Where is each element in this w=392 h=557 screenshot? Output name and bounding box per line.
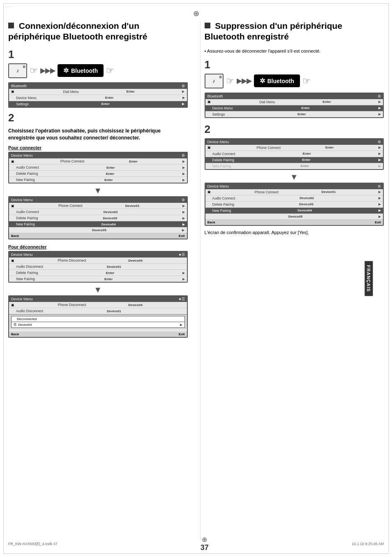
d2-icon-phone: ▣ (11, 303, 14, 307)
delete-screen2-header: Device Menu ⚙ (205, 183, 383, 189)
left-bt-sequence: ♪ ⚙ ☞ ▶▶▶ ✲ Bluetooth ☞ (8, 63, 188, 78)
connect-screen2-header: Device Menu ⚙ (9, 197, 187, 203)
c2-row-audio: Audio Connect Device02 ▶ (9, 209, 187, 215)
connect-screen1-header: Device Menu ⚙ (9, 153, 187, 158)
c1-row-delete: Delete Pairing Enter ▶ (9, 171, 187, 177)
rbt-icon-dial: ▣ (208, 100, 211, 104)
left-section-title: Connexion/déconnexion d'un périphérique … (8, 21, 188, 42)
pour-deconnecter-title: Pour déconnecter (8, 244, 188, 249)
del2-row-new: New Pairing Device04 ▶ (205, 208, 383, 214)
footer-left: FR_KW-AVX830[E]_4.indb 37 (8, 542, 58, 546)
tap-finger-4: ☞ (302, 76, 311, 86)
right-bt-sequence: ♪ ⚙ ☞ ▶▶▶ ✲ Bluetooth ☞ (205, 74, 384, 88)
disconnect-screen1: Device Menu ★☰ ▣ Phone Disconnect Device… (8, 251, 188, 283)
c1-row-audio: Audio Connect Enter ▶ (9, 165, 187, 171)
connect-screen2: Device Menu ⚙ ▣ Phone Connect Device01 ▶… (8, 196, 188, 239)
right-section-title: Suppression d'un périphérique Bluetooth … (205, 21, 384, 42)
bt-button-left[interactable]: ✲ Bluetooth (58, 64, 104, 77)
d1-row-phone: ▣ Phone Disconnect Device04 (9, 258, 187, 264)
down-arrow-delete: ▼ (205, 172, 384, 182)
disconnect-popup: Disconnected ☰ Device04 ▶ (9, 314, 187, 329)
delete-screen2: Device Menu ⚙ ▣ Phone Connect Device01 ▶… (205, 183, 384, 226)
right-bt-screen1: Bluetooth ⚙ ▣ Dial Menu Enter ▶ Device M… (205, 93, 384, 118)
del1-row-audio: Audio Connect Enter ▶ (205, 151, 383, 157)
c2-row-phone: ▣ Phone Connect Device01 ▶ (9, 203, 187, 209)
c1-row-phone: ▣ Phone Connect Enter ▶ (9, 158, 187, 165)
disconnect-screen2-header: Device Menu ★☰ (9, 296, 187, 302)
bt-row-settings: Settings Enter ▶ (9, 101, 187, 107)
right-column: Suppression d'un périphérique Bluetooth … (200, 21, 384, 541)
d1-row-audio: Audio Disconnect Device01 (9, 264, 187, 270)
left-step2-text: 2 Choisissez l'opération souhaitée, puis… (8, 110, 188, 142)
right-step1-num: 1 (205, 58, 384, 71)
bt-row-device: Device Menu Enter ▶ (9, 95, 187, 101)
delete-screen1: Device Menu ⚙ ▣ Phone Connect Enter ▶ Au… (205, 138, 384, 170)
d1-row-new: New Pairing Enter ▶ (9, 276, 187, 282)
bt-row-dial: ▣ Dial Menu Enter ▶ (9, 89, 187, 95)
pour-connecter-title: Pour connecter (8, 145, 188, 150)
d1-row-delete: Delete Pairing Enter ▶ (9, 270, 187, 276)
down-arrow-connect: ▼ (8, 186, 188, 195)
right-step2-num: 2 (205, 123, 384, 136)
del2-icon-phone: ▣ (208, 190, 211, 194)
c1-row-new: New Pairing Enter ▶ (9, 177, 187, 183)
del1-row-new: New Pairing Enter ▶ (205, 163, 383, 169)
right-bullet: • Assurez-vous de déconnecter l'appareil… (205, 48, 384, 54)
c2-row-new: New Pairing Device04 ▶ (9, 221, 187, 227)
section-icon-left (8, 23, 14, 28)
screen-icon-dial: ▣ (11, 90, 14, 93)
bt-icon-left: ✲ (63, 67, 69, 74)
popup-row-disconnected: Disconnected (11, 316, 185, 322)
section-icon-right (205, 23, 210, 28)
d2-row-phone: ▣ Phone Disconnect Device04 (9, 302, 187, 308)
disconnect-screen2: Device Menu ★☰ ▣ Phone Disconnect Device… (8, 295, 188, 338)
left-bt-screen1: Bluetooth ⚙ ▣ Dial Menu Enter ▶ Device M… (8, 82, 188, 108)
left-column: Connexion/déconnexion d'un périphérique … (8, 21, 192, 541)
del2-row-audio: Audio Connect Device02 ▶ (205, 195, 383, 202)
disconnect-screen2-footer: Back Exit (9, 332, 187, 337)
main-content: Connexion/déconnexion d'un périphérique … (8, 21, 384, 541)
right-bt-screen1-header: Bluetooth ⚙ (205, 93, 383, 99)
del1-row-phone: ▣ Phone Connect Enter ▶ (205, 145, 383, 151)
music-icon-right: ♪ ⚙ (205, 74, 224, 88)
del2-row-empty: Device05 ▶ (205, 214, 383, 220)
connect-screen2-footer: Back Exit (9, 233, 187, 239)
c2-row-delete: Delete Pairing Device03 ▶ (9, 215, 187, 221)
footer-right: 10.1.18 9:25:45 AM (352, 542, 384, 546)
arrow-seq-1: ▶▶▶ (40, 67, 55, 74)
compass-bottom: ⊕ (202, 536, 207, 543)
bt-icon-right: ✲ (260, 77, 265, 85)
delete-screen1-header: Device Menu ⚙ (205, 139, 383, 145)
left-step2-num: 2 (8, 110, 188, 125)
music-icon-left: ♪ ⚙ (8, 63, 27, 78)
del1-row-delete: Delete Pairing Enter ▶ (205, 157, 383, 163)
d1-icon-phone: ▣ (11, 259, 14, 262)
c1-icon-phone: ▣ (11, 160, 14, 163)
tap-finger-2: ☞ (106, 65, 114, 76)
del1-icon-phone: ▣ (208, 146, 211, 149)
delete-screen2-footer: Back Exit (205, 220, 383, 225)
rbt-row-device: Device Menu Enter ▶ (205, 105, 383, 111)
page-number: 37 (201, 543, 209, 552)
connect-screen1: Device Menu ⚙ ▣ Phone Connect Enter ▶ Au… (8, 152, 188, 183)
tap-finger-3: ☞ (226, 76, 234, 86)
down-arrow-disconnect: ▼ (8, 285, 188, 295)
confirmation-text: L'écran de confirmation apparaît. Appuye… (205, 229, 384, 236)
d2-row-audio: Audio Disconnect Device01 (9, 308, 187, 314)
rbt-row-settings: Settings Enter ▶ (205, 111, 383, 117)
arrow-seq-2: ▶▶▶ (237, 77, 251, 85)
c2-row-empty: Device05 ▶ (9, 227, 187, 233)
left-step1-num: 1 (8, 48, 188, 61)
tap-finger-1: ☞ (30, 65, 38, 76)
left-bt-screen1-header: Bluetooth ⚙ (9, 83, 187, 89)
del2-row-delete: Delete Pairing Device03 ▶ (205, 202, 383, 208)
del2-row-phone: ▣ Phone Connect Device01 ▶ (205, 189, 383, 195)
page-footer: FR_KW-AVX830[E]_4.indb 37 ⊕ 37 10.1.18 9… (0, 536, 392, 552)
bt-button-right[interactable]: ✲ Bluetooth (254, 74, 300, 87)
popup-icon: ☰ (14, 323, 16, 327)
rbt-row-dial: ▣ Dial Menu Enter ▶ (205, 99, 383, 105)
footer-center-area: ⊕ 37 (201, 536, 209, 552)
c2-icon-phone: ▣ (11, 204, 14, 208)
popup-row-device04: ☰ Device04 ▶ (11, 322, 185, 328)
disconnect-screen1-header: Device Menu ★☰ (9, 252, 187, 258)
